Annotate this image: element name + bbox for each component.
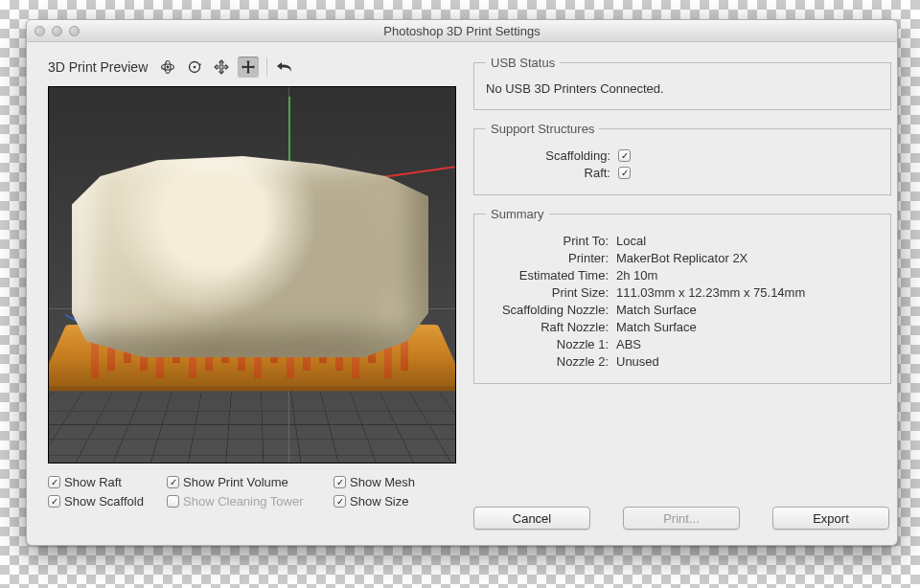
window-title: Photoshop 3D Print Settings <box>27 24 897 38</box>
summary-scaffolding-nozzle-row: Scaffolding Nozzle: Match Surface <box>486 303 879 317</box>
preview-viewport[interactable] <box>48 86 456 464</box>
preview-toolbar: 3D Print Preview <box>48 56 456 79</box>
show-print-volume-label: Show Print Volume <box>183 475 288 489</box>
orbit-tool-button[interactable] <box>157 57 178 78</box>
toolbar-separator <box>266 57 267 77</box>
summary-raft-nozzle-row: Raft Nozzle: Match Surface <box>486 320 879 334</box>
print-to-label: Print To: <box>486 234 609 248</box>
view-options: ✓ Show Raft ✓ Show Print Volume ✓ Show M… <box>48 475 456 509</box>
estimated-time-value: 2h 10m <box>616 268 879 283</box>
model-mesh <box>72 156 428 357</box>
summary-printer-row: Printer: MakerBot Replicator 2X <box>486 251 879 265</box>
zoom-window-icon[interactable] <box>69 26 80 36</box>
nozzle-1-value: ABS <box>616 337 879 351</box>
show-mesh-label: Show Mesh <box>350 475 415 489</box>
left-column: 3D Print Preview <box>48 56 456 530</box>
checkbox-icon: ✓ <box>48 476 60 488</box>
raft-label: Raft: <box>486 166 610 180</box>
printer-value: MakerBot Replicator 2X <box>616 251 879 265</box>
svg-point-4 <box>194 66 196 69</box>
print-button[interactable]: Print... <box>623 507 740 530</box>
summary-print-size-row: Print Size: 111.03mm x 12.23mm x 75.14mm <box>486 285 879 300</box>
usb-status-group: USB Status No USB 3D Printers Connected. <box>473 56 891 110</box>
summary-nozzle-2-row: Nozzle 2: Unused <box>486 354 879 369</box>
show-cleaning-tower-label: Show Cleaning Tower <box>183 494 304 509</box>
checkbox-icon: ✓ <box>334 476 346 488</box>
scaffolding-nozzle-value: Match Surface <box>616 303 879 317</box>
checkbox-icon: ✓ <box>167 495 179 508</box>
content-area: 3D Print Preview <box>27 42 897 545</box>
rotate-tool-button[interactable] <box>184 57 205 78</box>
show-scaffold-checkbox[interactable]: ✓ Show Scaffold <box>48 494 163 509</box>
show-size-label: Show Size <box>350 494 408 509</box>
summary-legend: Summary <box>486 207 549 221</box>
usb-status-legend: USB Status <box>486 56 560 70</box>
show-raft-checkbox[interactable]: ✓ Show Raft <box>48 475 163 489</box>
minimize-window-icon[interactable] <box>52 26 62 36</box>
printer-label: Printer: <box>486 251 609 265</box>
raft-nozzle-label: Raft Nozzle: <box>486 320 609 334</box>
preview-label: 3D Print Preview <box>48 59 148 75</box>
checkbox-icon: ✓ <box>48 495 60 508</box>
print-size-label: Print Size: <box>486 285 609 300</box>
print-size-value: 111.03mm x 12.23mm x 75.14mm <box>616 285 879 300</box>
support-structures-legend: Support Structures <box>486 122 599 136</box>
support-structures-group: Support Structures Scaffolding: ✓ Raft: … <box>473 122 891 195</box>
nozzle-2-label: Nozzle 2: <box>486 354 609 369</box>
show-mesh-checkbox[interactable]: ✓ Show Mesh <box>334 475 448 489</box>
right-column: USB Status No USB 3D Printers Connected.… <box>473 56 891 530</box>
usb-status-message: No USB 3D Printers Connected. <box>486 81 879 96</box>
raft-nozzle-value: Match Surface <box>616 320 879 334</box>
summary-group: Summary Print To: Local Printer: MakerBo… <box>473 207 891 384</box>
move-tool-button[interactable] <box>238 57 259 78</box>
scaffolding-label: Scaffolding: <box>486 148 610 163</box>
show-cleaning-tower-checkbox: ✓ Show Cleaning Tower <box>167 494 330 509</box>
raft-checkbox[interactable]: ✓ <box>618 167 631 179</box>
estimated-time-label: Estimated Time: <box>486 268 609 283</box>
cancel-button[interactable]: Cancel <box>473 507 590 530</box>
close-window-icon[interactable] <box>34 26 45 36</box>
checkbox-icon: ✓ <box>334 495 346 508</box>
pan-tool-button[interactable] <box>211 57 232 78</box>
nozzle-2-value: Unused <box>616 354 879 369</box>
svg-point-2 <box>167 66 170 69</box>
summary-nozzle-1-row: Nozzle 1: ABS <box>486 337 879 351</box>
titlebar: Photoshop 3D Print Settings <box>27 20 897 42</box>
summary-estimated-time-row: Estimated Time: 2h 10m <box>486 268 879 283</box>
scaffolding-checkbox[interactable]: ✓ <box>618 149 631 162</box>
show-raft-label: Show Raft <box>64 475 122 489</box>
window-controls <box>34 20 80 41</box>
show-scaffold-label: Show Scaffold <box>64 494 144 509</box>
undo-button[interactable] <box>275 57 296 78</box>
print-to-value: Local <box>616 234 879 248</box>
action-buttons: Cancel Print... Export <box>473 489 891 530</box>
summary-print-to-row: Print To: Local <box>486 234 879 248</box>
show-size-checkbox[interactable]: ✓ Show Size <box>334 494 448 509</box>
checkbox-icon: ✓ <box>167 476 179 488</box>
show-print-volume-checkbox[interactable]: ✓ Show Print Volume <box>167 475 330 489</box>
nozzle-1-label: Nozzle 1: <box>486 337 609 351</box>
scaffolding-nozzle-label: Scaffolding Nozzle: <box>486 303 609 317</box>
print-settings-window: Photoshop 3D Print Settings 3D Print Pre… <box>26 19 898 546</box>
export-button[interactable]: Export <box>772 507 889 530</box>
